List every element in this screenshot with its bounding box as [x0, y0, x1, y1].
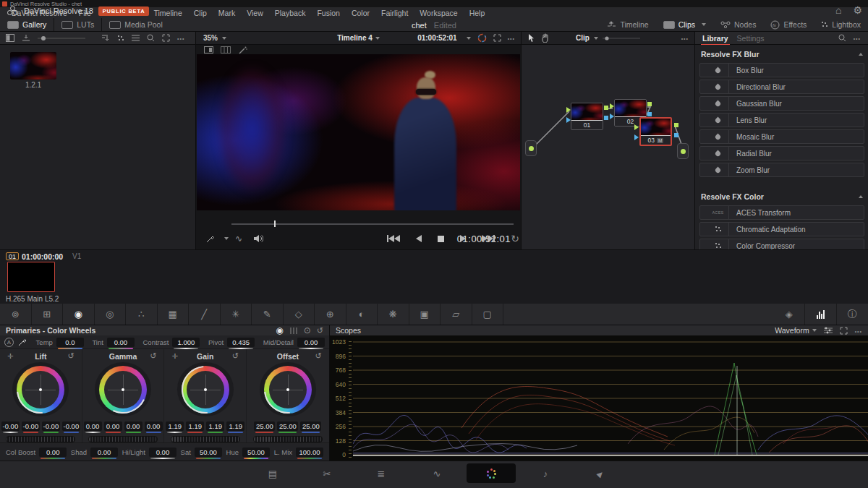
power-window-tab[interactable]: ◇ — [284, 304, 315, 325]
stereo-3d-tab[interactable]: ▢ — [472, 304, 504, 325]
library-effect-item[interactable]: Color Compressor — [699, 239, 864, 249]
library-effect-item[interactable]: Box Blur — [699, 63, 864, 77]
image-wipe-icon[interactable] — [204, 46, 213, 53]
contrast-control[interactable]: Contrast 1.000 — [143, 338, 200, 347]
node-key-output[interactable] — [647, 112, 652, 116]
resolve-fx-tab[interactable]: ▱ — [441, 304, 472, 325]
node-rgb-output[interactable] — [604, 106, 608, 110]
media-pool-toggle-button[interactable]: Media Pool — [102, 18, 170, 31]
list-view-icon[interactable] — [132, 35, 140, 41]
sort-icon[interactable] — [101, 34, 110, 42]
library-effect-item[interactable]: Zoom Blur — [699, 163, 864, 177]
step-back-button[interactable] — [416, 235, 422, 242]
tracker-tab[interactable]: ⊕ — [315, 304, 346, 325]
gallery-still-thumbnail[interactable] — [10, 52, 56, 80]
tint-control[interactable]: Tint 0.00 — [92, 338, 134, 347]
white-balance-picker-icon[interactable] — [18, 338, 27, 346]
color-boost-control[interactable]: Col Boost 0.00 — [6, 448, 67, 457]
menu-item[interactable]: Timeline — [148, 9, 187, 17]
printer-lights-icon[interactable]: ✛ — [171, 352, 177, 360]
gamma-wheel[interactable] — [95, 362, 151, 416]
project-settings-gear-icon[interactable]: ⚙ — [853, 5, 862, 15]
magic-mask-tab[interactable]: ◐ — [346, 304, 378, 325]
library-effect-item[interactable]: Gaussian Blur — [699, 96, 864, 111]
chevron-down-icon[interactable] — [224, 237, 229, 240]
auto-balance-icon[interactable]: A — [4, 338, 14, 347]
corrector-node-03-selected[interactable]: 03M — [639, 117, 672, 146]
menu-item[interactable]: Fusion — [311, 9, 346, 17]
library-section-header[interactable]: Resolve FX Color — [701, 192, 863, 201]
reset-icon[interactable] — [315, 351, 322, 361]
grid-view-icon[interactable] — [117, 35, 124, 42]
curves-tab[interactable]: ╱ — [189, 304, 221, 325]
node-key-output[interactable] — [674, 133, 678, 137]
loop-button[interactable]: ↻ — [511, 234, 519, 244]
reset-icon[interactable] — [317, 326, 323, 335]
tab-library[interactable]: Library — [702, 34, 728, 43]
warper-tab[interactable]: ✳ — [221, 304, 252, 325]
page-fairlight[interactable]: ♪ — [535, 465, 556, 482]
node-source-input[interactable] — [525, 140, 537, 156]
page-media[interactable]: ▤ — [262, 465, 284, 482]
shadows-control[interactable]: Shad 0.00 — [71, 448, 118, 457]
library-effect-item[interactable]: Chromatic Adaptation — [699, 222, 864, 236]
wipe-mode-icon[interactable]: ∿ — [235, 234, 242, 243]
thumb-size-slider[interactable] — [38, 35, 85, 41]
tab-settings[interactable]: Settings — [737, 34, 765, 43]
rgb-mixer-tab[interactable]: ∴ — [126, 304, 158, 325]
pivot-control[interactable]: Pivot 0.435 — [208, 338, 255, 347]
highlights-control[interactable]: Hi/Light 0.00 — [122, 448, 176, 457]
menu-item[interactable]: Color — [346, 9, 375, 17]
menu-item[interactable]: Workspace — [414, 9, 463, 17]
nodes-toggle-button[interactable]: Nodes — [713, 18, 763, 31]
lightbox-toggle-button[interactable]: Lightbox — [814, 18, 868, 31]
info-panel-button[interactable]: ⓘ — [837, 304, 868, 325]
play-button[interactable] — [460, 235, 466, 242]
saturation-control[interactable]: Sat 50.00 — [181, 448, 222, 457]
color-viewer-icon[interactable] — [477, 33, 487, 43]
sizing-palette-tab[interactable]: ⊞ — [32, 304, 64, 325]
blur-palette-tab[interactable]: ❋ — [378, 304, 409, 325]
grab-still-picker-icon[interactable] — [206, 234, 215, 243]
more-options-icon[interactable] — [855, 327, 862, 335]
lift-wheel[interactable] — [12, 362, 69, 416]
more-options-icon[interactable] — [508, 34, 515, 42]
search-icon[interactable] — [838, 34, 846, 42]
gallery-toggle-button[interactable]: Gallery — [0, 18, 54, 31]
gain-master-wheel[interactable] — [171, 436, 240, 442]
node-output[interactable] — [677, 143, 689, 159]
node-rgb-output[interactable] — [647, 102, 652, 106]
offset-wheel[interactable] — [260, 362, 316, 416]
printer-lights-icon[interactable]: ✛ — [7, 352, 13, 360]
clip-thumbnail-selected[interactable] — [7, 262, 55, 292]
menu-item[interactable]: Help — [464, 9, 491, 17]
page-edit[interactable]: ≣ — [370, 465, 392, 482]
lift-master-wheel[interactable] — [6, 436, 75, 442]
node-rgb-input[interactable] — [634, 124, 639, 130]
more-options-icon[interactable] — [854, 34, 861, 42]
node-zoom-slider[interactable] — [603, 35, 640, 41]
gamma-master-wheel[interactable] — [88, 436, 158, 442]
scope-mode-dropdown[interactable]: Waveform — [775, 326, 816, 335]
menu-item[interactable]: Fairlight — [375, 9, 414, 17]
page-fusion[interactable]: ∿ — [426, 465, 448, 482]
stop-button[interactable] — [438, 236, 444, 242]
project-manager-home-icon[interactable]: ⌂ — [835, 5, 841, 15]
node-rgb-input[interactable] — [566, 107, 571, 113]
qualifier-tab[interactable]: ✎ — [252, 304, 284, 325]
gain-wheel[interactable] — [177, 362, 234, 416]
more-options-icon[interactable] — [177, 34, 184, 42]
chevron-down-icon[interactable] — [467, 37, 471, 40]
grab-still-icon[interactable] — [22, 34, 30, 42]
effects-toggle-button[interactable]: fx Effects — [763, 18, 814, 31]
timeline-toggle-button[interactable]: Timeline — [600, 18, 655, 31]
library-effect-item[interactable]: ACES Transform — [699, 205, 864, 220]
offset-master-wheel[interactable] — [253, 436, 323, 442]
go-to-end-button[interactable] — [482, 235, 495, 242]
page-cut[interactable]: ✂ — [316, 465, 338, 482]
node-rgb-input[interactable] — [610, 103, 614, 109]
camera-raw-tab[interactable]: ⊚ — [0, 304, 32, 325]
viewer-playhead[interactable] — [274, 221, 276, 227]
scope-settings-icon[interactable] — [824, 327, 833, 334]
reset-icon[interactable] — [150, 351, 156, 361]
